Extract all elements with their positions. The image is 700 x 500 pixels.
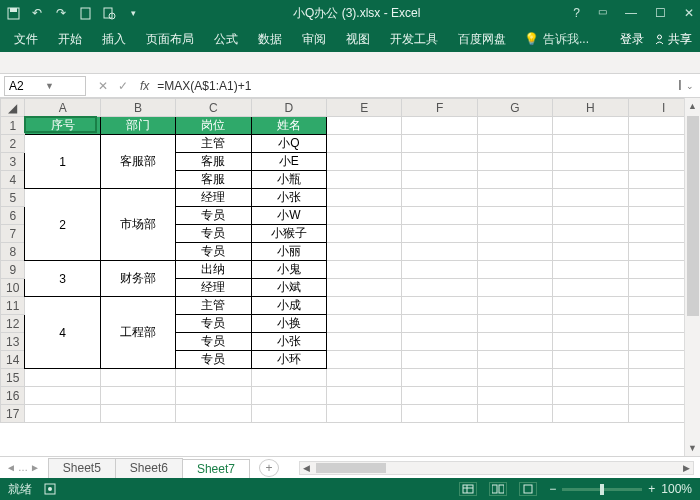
cell-job[interactable]: 专员 [176,351,251,369]
scroll-thumb[interactable] [687,116,699,316]
cell[interactable] [251,405,326,423]
scroll-down-icon[interactable]: ▼ [688,440,697,456]
cell[interactable] [477,261,552,279]
cell[interactable] [477,351,552,369]
cell[interactable] [402,153,477,171]
cell[interactable] [100,387,175,405]
new-icon[interactable] [78,6,92,20]
cell[interactable] [327,351,402,369]
cell-job[interactable]: 出纳 [176,261,251,279]
cell[interactable] [553,135,628,153]
cell[interactable] [402,261,477,279]
cell[interactable] [402,171,477,189]
qat-more-icon[interactable]: ▾ [126,6,140,20]
col-header-D[interactable]: D [251,99,326,117]
name-box-dropdown-icon[interactable]: ▼ [45,81,81,91]
cell-name[interactable]: 小鬼 [251,261,326,279]
view-layout-icon[interactable] [489,482,507,496]
cell-name[interactable]: 小瓶 [251,171,326,189]
cell[interactable] [402,135,477,153]
cell[interactable] [553,297,628,315]
save-icon[interactable] [6,6,20,20]
cell-dept[interactable]: 财务部 [100,261,175,297]
col-header-G[interactable]: G [477,99,552,117]
view-normal-icon[interactable] [459,482,477,496]
cell[interactable] [553,225,628,243]
cell-job[interactable]: 专员 [176,243,251,261]
cell[interactable] [25,369,100,387]
cell[interactable] [402,117,477,135]
cell[interactable] [327,279,402,297]
cell[interactable] [402,369,477,387]
ribbon-tab-8[interactable]: 开发工具 [380,26,448,52]
cell[interactable] [327,261,402,279]
cell-dept[interactable]: 工程部 [100,297,175,369]
cell-job[interactable]: 专员 [176,333,251,351]
cell-num[interactable]: 2 [25,189,100,261]
ribbon-tab-0[interactable]: 文件 [4,26,48,52]
cell-name[interactable]: 小W [251,207,326,225]
cell[interactable] [402,207,477,225]
login-button[interactable]: 登录 [620,31,644,48]
row-header-6[interactable]: 6 [1,207,25,225]
cell-job[interactable]: 经理 [176,189,251,207]
cell-num[interactable]: 4 [25,297,100,369]
cell[interactable] [553,315,628,333]
cell[interactable] [477,135,552,153]
cell[interactable] [553,405,628,423]
cell-job[interactable]: 专员 [176,207,251,225]
zoom-level[interactable]: 100% [661,482,692,496]
cell[interactable] [402,279,477,297]
cell[interactable] [402,225,477,243]
sheet-tab-Sheet5[interactable]: Sheet5 [48,458,116,478]
cell[interactable] [477,243,552,261]
cell[interactable] [553,189,628,207]
row-header-8[interactable]: 8 [1,243,25,261]
cell-name[interactable]: 小丽 [251,243,326,261]
cell-dept[interactable]: 客服部 [100,135,175,189]
cell[interactable] [100,369,175,387]
cell[interactable] [402,333,477,351]
tell-me-label[interactable]: 告诉我... [543,31,589,48]
cell-job[interactable]: 客服 [176,171,251,189]
cell[interactable] [477,297,552,315]
cell[interactable] [327,369,402,387]
help-icon[interactable]: ? [573,6,580,20]
row-header-7[interactable]: 7 [1,225,25,243]
cell-name[interactable]: 小成 [251,297,326,315]
cell[interactable] [553,351,628,369]
row-header-10[interactable]: 10 [1,279,25,297]
cell[interactable] [176,369,251,387]
cell[interactable] [553,279,628,297]
print-preview-icon[interactable] [102,6,116,20]
cell[interactable] [327,243,402,261]
row-header-15[interactable]: 15 [1,369,25,387]
cell[interactable] [553,153,628,171]
scroll-up-icon[interactable]: ▲ [688,98,697,114]
cell[interactable] [402,351,477,369]
zoom-slider[interactable] [562,488,642,491]
row-header-4[interactable]: 4 [1,171,25,189]
cancel-formula-icon[interactable]: ✕ [98,79,108,93]
cell-name[interactable]: 小猴子 [251,225,326,243]
cell-name[interactable]: 小环 [251,351,326,369]
name-box[interactable]: A2 ▼ [4,76,86,96]
cell[interactable] [327,297,402,315]
cell[interactable] [327,189,402,207]
zoom-in-button[interactable]: + [648,482,655,496]
row-header-5[interactable]: 5 [1,189,25,207]
col-header-H[interactable]: H [553,99,628,117]
ribbon-tab-6[interactable]: 审阅 [292,26,336,52]
cell[interactable] [402,189,477,207]
sheet-nav-next-icon[interactable]: ► [30,462,40,473]
add-sheet-button[interactable]: + [259,459,279,477]
col-header-E[interactable]: E [327,99,402,117]
cell-name[interactable]: 小张 [251,189,326,207]
row-header-13[interactable]: 13 [1,333,25,351]
cell[interactable] [25,405,100,423]
cell[interactable] [477,171,552,189]
cell[interactable] [327,225,402,243]
cell-name[interactable]: 小张 [251,333,326,351]
cell[interactable] [477,387,552,405]
header-cell[interactable]: 序号 [25,117,100,135]
